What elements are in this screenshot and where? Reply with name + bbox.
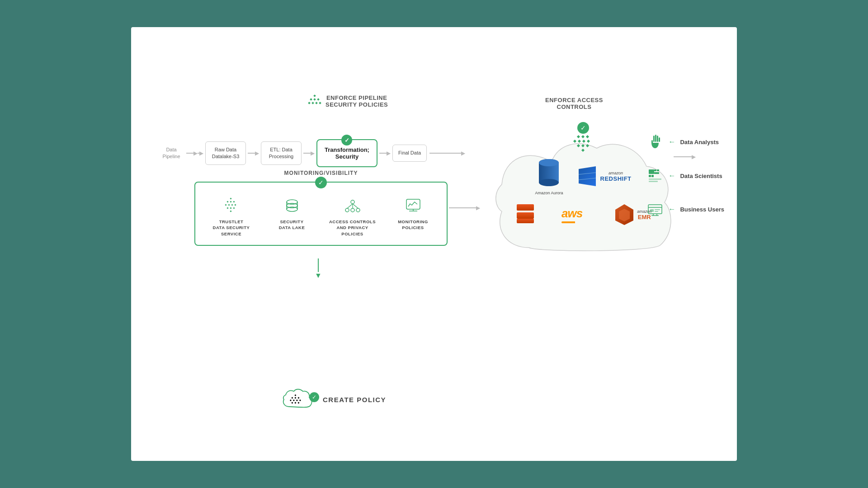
amazon-redshift-service: amazon REDSHIFT: [577, 164, 632, 188]
security-dl-label: SECURITY DATA LAKE: [269, 219, 315, 231]
svg-rect-9: [226, 201, 228, 202]
pipeline-step-etl: ETL: Data Processing: [261, 141, 302, 165]
arrow-monitoring-to-services: ▶: [449, 205, 480, 211]
svg-rect-65: [517, 204, 534, 211]
transformation-check-badge: ✓: [341, 135, 352, 145]
down-arrow-to-create-policy: ▼: [315, 258, 322, 279]
monitoring-item-security-dl: SECURITY DATA LAKE: [269, 195, 315, 231]
amazon-aurora-service: Amazon Aurora: [535, 157, 563, 195]
svg-rect-5: [311, 102, 314, 104]
svg-rect-86: [655, 209, 660, 210]
aws-service: aws: [561, 206, 589, 223]
enforce-pipeline-label: ENFORCE PIPELINE SECURITY POLICIES: [307, 94, 388, 108]
svg-rect-43: [291, 402, 293, 404]
user-item-scientists: ← Data Scientists: [646, 167, 724, 184]
aurora-label: Amazon Aurora: [535, 191, 563, 195]
create-policy-cloud-icon: ✓: [280, 386, 316, 413]
svg-rect-3: [313, 98, 316, 101]
create-policy-label: CREATE POLICY: [323, 396, 386, 404]
svg-rect-14: [231, 204, 233, 206]
monitoring-check-badge: ✓: [315, 177, 327, 188]
svg-rect-50: [573, 140, 576, 143]
svg-rect-73: [659, 137, 660, 142]
svg-rect-39: [290, 399, 292, 401]
svg-rect-16: [226, 207, 228, 209]
svg-rect-66: [517, 212, 534, 219]
svg-point-26: [345, 208, 349, 212]
monitoring-item-trustlet: TRUSTLET DATA SECURITY SERVICE: [207, 195, 256, 237]
svg-rect-8: [230, 197, 231, 199]
svg-rect-4: [308, 102, 311, 104]
svg-rect-51: [578, 140, 581, 143]
monitoring-item-access-ctrl: ACCESS CONTROLS AND PRIVACY POLICIES: [328, 195, 377, 237]
svg-rect-85: [650, 209, 654, 212]
svg-rect-37: [294, 397, 296, 399]
svg-rect-41: [296, 399, 298, 401]
access-ctrl-label: ACCESS CONTROLS AND PRIVACY POLICIES: [328, 219, 377, 237]
svg-rect-19: [230, 210, 231, 212]
svg-rect-80: [654, 172, 659, 174]
monitoring-title: MONITORING/VISIBILITY: [194, 170, 448, 176]
svg-rect-36: [291, 397, 293, 399]
amazon-emr-service: amazon EMR: [614, 203, 651, 226]
svg-rect-70: [653, 136, 655, 142]
monitoring-section: MONITORING/VISIBILITY ✓: [194, 170, 448, 246]
svg-rect-46: [581, 131, 585, 134]
svg-marker-62: [579, 166, 596, 186]
glue-icon: [515, 202, 536, 225]
svg-rect-48: [581, 135, 585, 138]
svg-rect-49: [586, 135, 589, 138]
svg-line-31: [353, 204, 358, 208]
svg-point-27: [356, 208, 360, 212]
cloud-row-2: aws amazon EM: [502, 202, 665, 227]
access-ctrl-icon: [328, 195, 377, 216]
diamond-grid-icon: [307, 94, 322, 108]
arrow-to-analysts: ←: [668, 138, 675, 146]
svg-point-25: [351, 200, 354, 204]
arrow-to-scientists: ←: [668, 172, 675, 180]
svg-rect-42: [299, 399, 301, 401]
cloud-row-1: Amazon Aurora: [511, 157, 656, 195]
svg-rect-45: [297, 402, 299, 404]
svg-rect-67: [517, 219, 534, 223]
trustlet-icon: [207, 195, 256, 216]
trustlet-label: TRUSTLET DATA SECURITY SERVICE: [207, 219, 256, 237]
svg-rect-87: [655, 211, 658, 212]
arrow-1: ▶ ▶: [186, 150, 203, 156]
svg-rect-44: [294, 402, 296, 404]
create-policy-check: ✓: [309, 392, 319, 402]
enforce-access-label: ENFORCE ACCESS CONTROLS: [524, 97, 624, 110]
pipeline-step-transformation: ✓ Transformation; Security: [316, 139, 377, 167]
svg-rect-72: [657, 136, 658, 142]
data-analysts-icon: [646, 133, 664, 151]
arrow-to-business: ←: [668, 205, 675, 213]
svg-rect-11: [233, 201, 235, 202]
svg-point-61: [539, 159, 559, 166]
svg-rect-52: [582, 140, 585, 143]
emr-icon: [614, 203, 634, 226]
svg-rect-54: [577, 144, 580, 147]
svg-rect-12: [225, 204, 226, 206]
aws-glue-service: [515, 202, 536, 227]
create-policy-section: ✓ CREATE POLICY: [280, 386, 386, 413]
arrow-4: ▶: [379, 150, 391, 156]
svg-rect-79: [657, 169, 659, 171]
cloud-diamond-icon: [572, 130, 594, 155]
data-scientists-icon: [646, 167, 664, 184]
svg-rect-15: [234, 204, 236, 206]
svg-rect-10: [230, 201, 231, 202]
monitoring-policies-label: MONITORING POLICIES: [391, 219, 436, 231]
svg-rect-71: [655, 135, 656, 142]
pipeline-row: Data Pipeline ▶ ▶ Raw Data Datalake-S3 ▶…: [158, 139, 468, 167]
svg-line-29: [347, 204, 353, 208]
monitoring-policies-icon: [391, 195, 436, 216]
svg-rect-7: [319, 102, 321, 104]
svg-rect-57: [581, 149, 585, 152]
user-item-business: ← Business Users: [646, 201, 724, 218]
svg-rect-0: [313, 94, 316, 97]
pipeline-start-label: Data Pipeline: [158, 146, 184, 160]
svg-rect-56: [586, 144, 589, 147]
arrow-to-cloud: ▶: [429, 150, 465, 156]
svg-rect-76: [649, 175, 651, 177]
svg-rect-40: [293, 399, 295, 401]
